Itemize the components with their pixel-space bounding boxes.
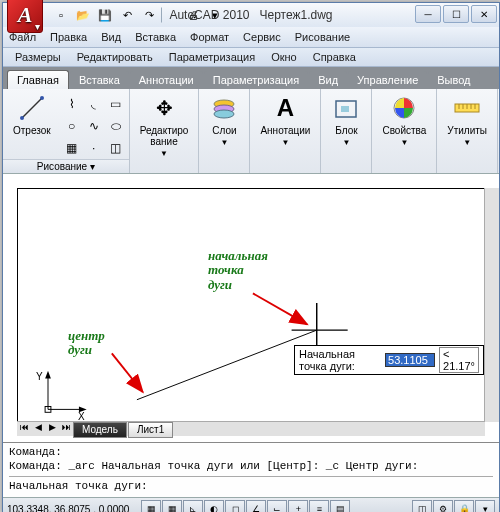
annotations-button[interactable]: A Аннотации ▼ xyxy=(254,91,316,149)
layers-button[interactable]: Слои ▼ xyxy=(203,91,245,149)
rect-icon[interactable]: ▭ xyxy=(105,93,127,115)
tab-nav-next[interactable]: ▶ xyxy=(45,422,59,436)
qat-new-icon[interactable]: ▫ xyxy=(51,5,71,25)
tab-insert[interactable]: Вставка xyxy=(70,71,129,89)
menu-modify[interactable]: Редактировать xyxy=(77,51,153,63)
osnap-toggle[interactable]: ◻ xyxy=(225,500,245,512)
block-button[interactable]: Блок ▼ xyxy=(325,91,367,149)
tab-nav-first[interactable]: ⏮ xyxy=(17,422,31,436)
hatch-icon[interactable]: ▦ xyxy=(61,137,83,159)
modify-button[interactable]: ✥ Редактиро вание ▼ xyxy=(134,91,195,160)
utilities-button[interactable]: Утилиты ▼ xyxy=(441,91,493,149)
layout1-tab[interactable]: Лист1 xyxy=(128,422,173,438)
menu-window[interactable]: Окно xyxy=(271,51,297,63)
tab-nav-last[interactable]: ⏭ xyxy=(59,422,73,436)
modify-label: Редактиро вание xyxy=(140,125,189,147)
app-menu-button[interactable]: A xyxy=(7,0,43,33)
snap-toggle[interactable]: ▦ xyxy=(141,500,161,512)
panel-block: Блок ▼ xyxy=(321,89,372,173)
annotation-start-point: начальная точка дуги xyxy=(208,249,268,292)
dynamic-input-tooltip: Начальная точка дуги: < 21.17° xyxy=(294,345,484,375)
menu-draw[interactable]: Рисование xyxy=(295,31,350,43)
lwt-toggle[interactable]: ≡ xyxy=(309,500,329,512)
tab-output[interactable]: Вывод xyxy=(428,71,479,89)
scrollbar-vertical[interactable] xyxy=(484,188,499,422)
qat-separator xyxy=(161,7,181,23)
svg-line-22 xyxy=(112,353,143,392)
panel-draw-title[interactable]: Рисование ▾ xyxy=(3,159,129,173)
ucs-icon xyxy=(45,371,87,413)
polar-toggle[interactable]: ◐ xyxy=(204,500,224,512)
menu-insert[interactable]: Вставка xyxy=(135,31,176,43)
menu-service[interactable]: Сервис xyxy=(243,31,281,43)
cmd-line-3: Начальная точка дуги: xyxy=(9,476,493,493)
spline-icon[interactable]: ∿ xyxy=(83,115,105,137)
ortho-toggle[interactable]: ⊾ xyxy=(183,500,203,512)
status-coords: 103.3348, 36.8075 , 0.0000 xyxy=(7,504,129,513)
model-paper-toggle[interactable]: ◫ xyxy=(412,500,432,512)
qat-redo-icon[interactable]: ↷ xyxy=(139,5,159,25)
svg-line-0 xyxy=(22,98,42,118)
menu-edit[interactable]: Правка xyxy=(50,31,87,43)
menu-dimensions[interactable]: Размеры xyxy=(15,51,61,63)
ellipse-icon[interactable]: ⬭ xyxy=(105,115,127,137)
ucs-y-label: Y xyxy=(36,371,43,382)
tab-view[interactable]: Вид xyxy=(309,71,347,89)
svg-rect-7 xyxy=(341,106,349,112)
model-tab[interactable]: Модель xyxy=(73,422,127,438)
menu-parametric[interactable]: Параметризация xyxy=(169,51,255,63)
ducs-toggle[interactable]: ⌙ xyxy=(267,500,287,512)
annotations-label: Аннотации xyxy=(260,125,310,136)
close-button[interactable]: ✕ xyxy=(471,5,497,23)
ribbon: Отрезок ⌇ ◟ ▭ ○ ∿ ⬭ ▦ · ◫ Рисование ▾ ✥ xyxy=(3,89,499,174)
app-window: A ▫ 📂 💾 ↶ ↷ 🖨 ▾ AutoCAD 2010 Чертеж1.dwg… xyxy=(2,2,500,512)
svg-line-21 xyxy=(253,293,307,324)
arc-icon[interactable]: ◟ xyxy=(83,93,105,115)
tab-parametric[interactable]: Параметризация xyxy=(204,71,308,89)
annotation-center: центр дуги xyxy=(68,329,105,358)
tab-home[interactable]: Главная xyxy=(7,70,69,89)
region-icon[interactable]: ◫ xyxy=(105,137,127,159)
move-icon: ✥ xyxy=(149,93,179,123)
tab-manage[interactable]: Управление xyxy=(348,71,427,89)
qp-toggle[interactable]: ▤ xyxy=(330,500,350,512)
drawing-svg xyxy=(18,189,484,421)
tab-nav-prev[interactable]: ◀ xyxy=(31,422,45,436)
dyn-toggle[interactable]: + xyxy=(288,500,308,512)
otrack-toggle[interactable]: ∠ xyxy=(246,500,266,512)
qat-save-icon[interactable]: 💾 xyxy=(95,5,115,25)
minimize-button[interactable]: ─ xyxy=(415,5,441,23)
grid-toggle[interactable]: ▦ xyxy=(162,500,182,512)
panel-properties: Свойства ▼ xyxy=(372,89,437,173)
menu-view[interactable]: Вид xyxy=(101,31,121,43)
qat-print-icon[interactable]: 🖨 xyxy=(183,5,203,25)
svg-point-2 xyxy=(40,96,44,100)
qat-open-icon[interactable]: 📂 xyxy=(73,5,93,25)
panel-layers: Слои ▼ xyxy=(199,89,250,173)
point-icon[interactable]: · xyxy=(83,137,105,159)
utilities-label: Утилиты xyxy=(447,125,487,136)
circle-icon[interactable]: ○ xyxy=(61,115,83,137)
command-line[interactable]: Команда: Команда: _arc Начальная точка д… xyxy=(3,442,499,497)
quick-access-toolbar: ▫ 📂 💾 ↶ ↷ 🖨 ▾ xyxy=(51,5,225,25)
tab-annotations[interactable]: Аннотации xyxy=(130,71,203,89)
polyline-icon[interactable]: ⌇ xyxy=(61,93,83,115)
status-bar: 103.3348, 36.8075 , 0.0000 ▦ ▦ ⊾ ◐ ◻ ∠ ⌙… xyxy=(3,497,499,512)
status-toggles: ▦ ▦ ⊾ ◐ ◻ ∠ ⌙ + ≡ ▤ xyxy=(141,500,350,512)
maximize-button[interactable]: ☐ xyxy=(443,5,469,23)
lock-icon[interactable]: 🔒 xyxy=(454,500,474,512)
drawing-canvas[interactable]: начальная точка дуги центр дуги Y X Нача… xyxy=(17,188,485,422)
properties-button[interactable]: Свойства ▼ xyxy=(376,91,432,149)
workspace-icon[interactable]: ⚙ xyxy=(433,500,453,512)
qat-dropdown-icon[interactable]: ▾ xyxy=(205,5,225,25)
line-button[interactable]: Отрезок xyxy=(7,91,57,157)
qat-undo-icon[interactable]: ↶ xyxy=(117,5,137,25)
tray-icon[interactable]: ▾ xyxy=(475,500,495,512)
tooltip-distance-input[interactable] xyxy=(385,353,435,367)
titlebar: A ▫ 📂 💾 ↶ ↷ 🖨 ▾ AutoCAD 2010 Чертеж1.dwg… xyxy=(3,3,499,27)
cmd-line-2: Команда: _arc Начальная точка дуги или [… xyxy=(9,459,493,473)
menu-help[interactable]: Справка xyxy=(313,51,356,63)
menu-format[interactable]: Формат xyxy=(190,31,229,43)
measure-icon xyxy=(452,93,482,123)
layout-tabs-bar: ⏮ ◀ ▶ ⏭ Модель Лист1 xyxy=(17,421,485,436)
